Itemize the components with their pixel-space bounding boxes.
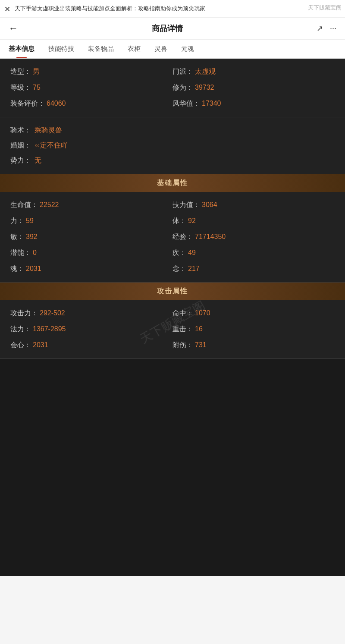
attack-row-crit: 会心： 2031 附伤： 731	[10, 341, 335, 350]
power-label: 势力：	[10, 157, 31, 164]
mind-label: 念：	[172, 264, 186, 273]
crit-dmg-value: 16	[195, 325, 203, 333]
level-label: 等级：	[10, 83, 31, 92]
power-value: 无	[34, 157, 41, 164]
attack-stats-card: 攻击力： 292-502 命中： 1070 法力： 1367-2895 重击： …	[0, 300, 345, 359]
tab-soul[interactable]: 元魂	[174, 40, 201, 58]
speed-label: 疾：	[172, 248, 186, 258]
exp-value: 71714350	[195, 233, 226, 241]
bonus-dmg-label: 附伤：	[172, 341, 193, 350]
style-label: 造型：	[10, 67, 31, 76]
stats-col-agi: 敏： 392	[10, 232, 172, 242]
attack-col-hit: 命中： 1070	[172, 309, 335, 318]
attack-col-crit: 会心： 2031	[10, 341, 172, 350]
stats-col-str: 力： 59	[10, 217, 172, 226]
con-value: 92	[188, 217, 196, 225]
stats-row-str: 力： 59 体： 92	[10, 217, 335, 226]
stats-col-mind: 念： 217	[172, 264, 335, 273]
str-label: 力：	[10, 217, 24, 226]
top-banner: ✕ 天下手游太虚职业出装策略与技能加点全面解析：攻略指南助你成为顶尖玩家 天下贩…	[0, 0, 345, 18]
con-label: 体：	[172, 217, 186, 226]
charm-label: 风华值：	[172, 99, 200, 108]
stats-col-exp: 经验： 71714350	[172, 232, 335, 242]
faction-value: 太虚观	[195, 67, 216, 76]
hit-label: 命中：	[172, 309, 193, 318]
hp-label: 生命值：	[10, 201, 38, 210]
tab-bar: 基本信息 技能特技 装备物品 衣柜 灵兽 元魂	[0, 40, 345, 59]
potential-value: 0	[33, 249, 37, 257]
info-col-faction: 门派： 太虚观	[172, 67, 335, 76]
equip-rating-value: 64060	[47, 100, 66, 107]
marriage-value: ∽定不住吖	[34, 141, 68, 149]
stats-row-potential: 潜能： 0 疾： 49	[10, 248, 335, 258]
riding-label: 骑术：	[10, 126, 31, 134]
mind-value: 217	[188, 265, 200, 273]
crit-label: 会心：	[10, 341, 31, 350]
style-value: 男	[33, 67, 40, 76]
basic-stats-header: 基础属性	[0, 174, 345, 192]
stats-row-hp: 生命值： 22522 技力值： 3064	[10, 201, 335, 210]
info-col-style: 造型： 男	[10, 67, 172, 76]
info-col-charm: 风华值： 17340	[172, 99, 335, 108]
riding-row: 骑术： 乘骑灵兽	[10, 126, 335, 135]
page-header: ← 商品详情 ↗ ···	[0, 18, 345, 40]
stats-col-mp: 技力值： 3064	[172, 201, 335, 210]
stats-col-con: 体： 92	[172, 217, 335, 226]
tab-wardrobe[interactable]: 衣柜	[121, 40, 147, 58]
marriage-row: 婚姻： ∽定不住吖	[10, 141, 335, 150]
tab-skills[interactable]: 技能特技	[41, 40, 81, 58]
info-row-2: 等级： 75 修为： 39732	[10, 83, 335, 92]
bonus-dmg-value: 731	[195, 341, 207, 349]
info-col-level: 等级： 75	[10, 83, 172, 92]
soul-label: 魂：	[10, 264, 24, 273]
riding-value: 乘骑灵兽	[34, 126, 62, 134]
basic-info-card: 造型： 男 门派： 太虚观 等级： 75 修为： 39732 装备评价： 640…	[0, 59, 345, 117]
info-col-cultivation: 修为： 39732	[172, 83, 335, 92]
banner-text: 天下手游太虚职业出装策略与技能加点全面解析：攻略指南助你成为顶尖玩家	[5, 4, 328, 13]
cultivation-label: 修为：	[172, 83, 193, 92]
hit-value: 1070	[195, 309, 210, 317]
tab-spirit-beast[interactable]: 灵兽	[147, 40, 174, 58]
faction-label: 门派：	[172, 67, 193, 76]
stats-col-speed: 疾： 49	[172, 248, 335, 258]
close-icon[interactable]: ✕	[4, 4, 10, 15]
magic-atk-value: 1367-2895	[33, 325, 66, 333]
attack-row-phys: 攻击力： 292-502 命中： 1070	[10, 309, 335, 318]
stats-row-soul: 魂： 2031 念： 217	[10, 264, 335, 273]
extra-info-card: 骑术： 乘骑灵兽 婚姻： ∽定不住吖 势力： 无	[0, 117, 345, 174]
mp-label: 技力值：	[172, 201, 200, 210]
level-value: 75	[33, 84, 41, 91]
basic-stats-card: 生命值： 22522 技力值： 3064 力： 59 体： 92 敏： 392	[0, 192, 345, 283]
back-button[interactable]: ←	[9, 23, 18, 34]
exp-label: 经验：	[172, 232, 193, 242]
attack-col-crit-dmg: 重击： 16	[172, 325, 335, 334]
attack-stats-header: 攻击属性	[0, 283, 345, 300]
speed-value: 49	[188, 249, 196, 257]
str-value: 59	[26, 217, 34, 225]
stats-col-soul: 魂： 2031	[10, 264, 172, 273]
logo-text: 天下贩藏宝阁	[308, 3, 342, 12]
info-row-3: 装备评价： 64060 风华值： 17340	[10, 99, 335, 108]
soul-value: 2031	[26, 265, 41, 273]
phys-atk-label: 攻击力：	[10, 309, 38, 318]
stats-col-potential: 潜能： 0	[10, 248, 172, 258]
agi-label: 敏：	[10, 232, 24, 242]
tab-basic-info[interactable]: 基本信息	[2, 40, 41, 58]
stats-col-hp: 生命值： 22522	[10, 201, 172, 210]
page-title: 商品详情	[152, 23, 183, 34]
agi-value: 392	[26, 233, 38, 241]
header-actions: ↗ ···	[317, 24, 336, 33]
crit-value: 2031	[33, 341, 48, 349]
phys-atk-value: 292-502	[40, 309, 65, 317]
tab-equipment[interactable]: 装备物品	[81, 40, 121, 58]
charm-value: 17340	[202, 100, 221, 107]
attack-col-phys-atk: 攻击力： 292-502	[10, 309, 172, 318]
more-icon[interactable]: ···	[330, 24, 336, 33]
hp-value: 22522	[40, 201, 59, 209]
potential-label: 潜能：	[10, 248, 31, 258]
main-content: 造型： 男 门派： 太虚观 等级： 75 修为： 39732 装备评价： 640…	[0, 59, 345, 576]
info-col-equip-rating: 装备评价： 64060	[10, 99, 172, 108]
stats-row-agi: 敏： 392 经验： 71714350	[10, 232, 335, 242]
share-icon[interactable]: ↗	[317, 24, 323, 33]
attack-col-bonus-dmg: 附伤： 731	[172, 341, 335, 350]
